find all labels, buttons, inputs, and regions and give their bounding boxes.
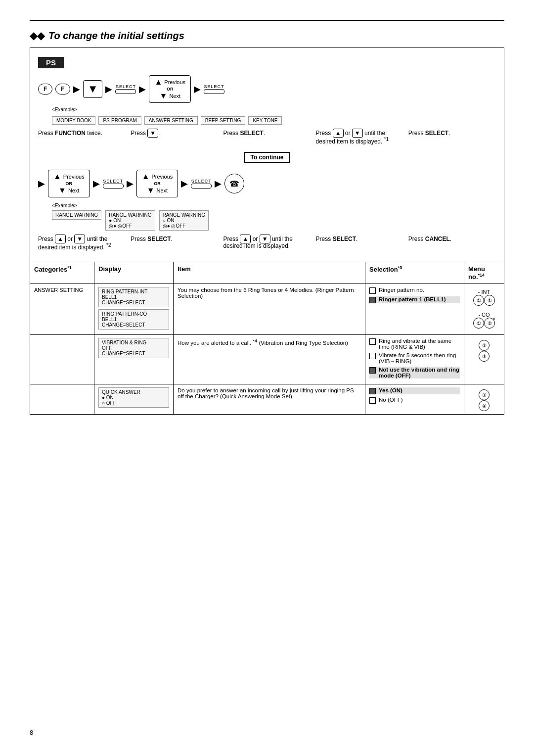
or-3: OR [154, 181, 161, 186]
settings-table: Categories*1 Display Item Selection*3 Me… [30, 262, 504, 415]
sel-no-off: No (OFF) [369, 397, 460, 404]
checkbox-off [369, 367, 376, 374]
arrow-1: ▶ [73, 84, 80, 94]
down-btn[interactable]: ▼ [83, 80, 103, 98]
example-box-beep: BEEP SETTING [201, 116, 246, 125]
nav-block-2: ▲ Previous OR ▼ Next [48, 170, 90, 197]
menu-no-vibration: ①③ [464, 335, 504, 384]
selection-quick-answer: Yes (ON) No (OFF) [365, 384, 464, 414]
previous-label: Previous [164, 79, 185, 85]
item-ringer-text: You may choose from the 6 Ring Tones or … [174, 284, 365, 334]
instructions-row-2: Press ▲ or ▼ until the desired item is d… [38, 236, 496, 251]
checkbox-ring-vib [369, 338, 376, 345]
select-btn-4[interactable] [191, 184, 212, 189]
function-btn-f1[interactable]: F [38, 84, 52, 94]
sel-ringer-no: Ringer pattern no. [369, 287, 460, 294]
inst-press-select-3: Press SELECT. [131, 236, 218, 242]
item-quick-answer-text: Do you prefer to answer an incoming call… [174, 384, 365, 414]
sel-ring-vib-text: Ring and vibrate at the same time (RING … [379, 338, 460, 350]
inst-press-select-1: Press SELECT. [223, 130, 311, 137]
select-label-top: SELECT [116, 84, 136, 89]
example-row-1: <Example> [52, 107, 496, 112]
second-flow-row: ▶ ▲ Previous OR ▼ Next ▶ SELECT ▶ ▲ Prev… [38, 170, 496, 197]
sel-yes-on: Yes (ON) [369, 387, 460, 394]
example-box-modify: MODIFY BOOK [52, 116, 95, 125]
example2-container: <Example> RANGE WARNING RANGE WARNING ● … [52, 201, 496, 231]
top-flow-row: F F ▶ ▼ ▶ SELECT ▶ ▲ Previous OR ▼ Next … [38, 75, 496, 103]
range-box-2: RANGE WARNING ● ON ◎● ◎OFF [105, 210, 155, 231]
cat-empty-3 [30, 384, 94, 414]
cat-answer-setting: ANSWER SETTING [30, 284, 94, 334]
range-box-3: RANGE WARNING ○ ON ◎● ◎OFF [159, 210, 209, 231]
arrow-3: ▶ [139, 84, 146, 94]
table-row-ringer: ANSWER SETTING RING PATTERN-INTBELL1CHAN… [30, 284, 504, 335]
cat-empty-2 [30, 335, 94, 384]
inst-press-select-4: Press SELECT. [316, 236, 403, 242]
display-quick-answer: QUICK ANSWER● ON○ OFF [94, 384, 174, 414]
up-arrow-icon: ▲ [154, 78, 162, 87]
down-arrow-2: ▼ [58, 186, 66, 195]
item-vibration-text: How you are alerted to a call. *4 (Vibra… [174, 335, 365, 384]
sel-ring-vib: Ring and vibrate at the same time (RING … [369, 338, 460, 350]
menu-no-quick-answer: ①④ [464, 384, 504, 414]
selection-vibration: Ring and vibrate at the same time (RING … [365, 335, 464, 384]
display-quick-ans-box: QUICK ANSWER● ON○ OFF [98, 387, 169, 408]
checkbox-vib-ring [369, 353, 376, 359]
instructions-row-1: Press FUNCTION twice. Press ▼. Press SEL… [38, 130, 496, 145]
col-header-categories: Categories*1 [30, 262, 94, 284]
next-label-2: Next [68, 188, 80, 193]
table-header: Categories*1 Display Item Selection*3 Me… [30, 262, 504, 284]
example-box-key: KEY TONE [248, 116, 282, 125]
display-vibration: VIBRATION & RINGOFFCHANGE=SELECT [94, 335, 174, 384]
or-label: OR [167, 87, 174, 92]
sel-ringer-no-text: Ringer pattern no. [379, 287, 424, 293]
page-number: 8 [30, 729, 33, 736]
sel-yes-on-text: Yes (ON) [379, 387, 402, 393]
sel-vib-ring: Vibrate for 5 seconds then ring (VIB→RIN… [369, 352, 460, 364]
display-ring-co: RING PATTERN-COBELL1CHANGE=SELECT [98, 309, 169, 330]
display-ring-int: RING PATTERN-INTBELL1CHANGE=SELECT [98, 287, 169, 307]
end-call-btn[interactable]: ☎ [224, 174, 244, 193]
prev-label-2: Previous [63, 174, 85, 180]
ps-label: PS [38, 57, 64, 68]
menu-no-ringer: - INT ①① - CO ①②⊕ [464, 284, 504, 334]
next-label-3: Next [157, 188, 168, 193]
col-header-display: Display [94, 262, 174, 284]
down-arrow-3: ▼ [147, 186, 155, 195]
next-label: Next [169, 93, 180, 99]
inst-press-nav-1: Press ▲ or ▼ until the desired item is d… [316, 130, 403, 145]
col-header-selection: Selection*3 [365, 262, 464, 284]
select-label-2: SELECT [204, 84, 224, 89]
sel-ringer-bell1-text: Ringer pattern 1 (BELL1) [379, 296, 445, 302]
checkbox-no-off [369, 397, 376, 404]
select-btn-3[interactable] [103, 184, 124, 189]
arrow-5: ▶ [38, 178, 45, 189]
checkbox-yes-on [369, 388, 376, 394]
inst-press-nav-3: Press ▲ or ▼ until the desired item is d… [223, 236, 311, 249]
arrow-2: ▶ [105, 84, 112, 94]
down-arrow-icon: ▼ [160, 92, 168, 100]
select-label-4: SELECT [191, 179, 212, 184]
page-title: To change the initial settings [48, 30, 184, 41]
prev-label-3: Previous [151, 174, 173, 180]
sel-ringer-bell1: Ringer pattern 1 (BELL1) [369, 296, 460, 303]
sel-vib-ring-text: Vibrate for 5 seconds then ring (VIB→RIN… [379, 352, 460, 364]
nav-block-3: ▲ Previous OR ▼ Next [136, 170, 178, 197]
sel-off: Not use the vibration and ring mode (OFF… [369, 367, 460, 378]
example-label-1: <Example> [52, 107, 77, 112]
main-flow-box: PS F F ▶ ▼ ▶ SELECT ▶ ▲ Previous OR ▼ Ne… [30, 47, 504, 262]
arrow-9: ▶ [215, 178, 222, 189]
select-label-3: SELECT [103, 179, 123, 184]
checkbox-ringer-bell1 [369, 297, 376, 303]
function-btn-f2[interactable]: F [55, 84, 70, 94]
to-continue-label: To continue [244, 152, 289, 163]
range-example-row: RANGE WARNING RANGE WARNING ● ON ◎● ◎OFF… [52, 210, 496, 231]
up-arrow-2: ▲ [53, 172, 61, 181]
inst-press-select-2: Press SELECT. [408, 130, 496, 137]
arrow-8: ▶ [181, 178, 188, 189]
example-boxes-row: MODIFY BOOK PS-PROGRAM ANSWER SETTING BE… [52, 116, 496, 125]
select-btn-2[interactable] [204, 89, 224, 94]
select-btn-1[interactable] [115, 89, 136, 94]
selection-ringer: Ringer pattern no. Ringer pattern 1 (BEL… [365, 284, 464, 334]
inst-press-function: Press FUNCTION twice. [38, 130, 126, 137]
